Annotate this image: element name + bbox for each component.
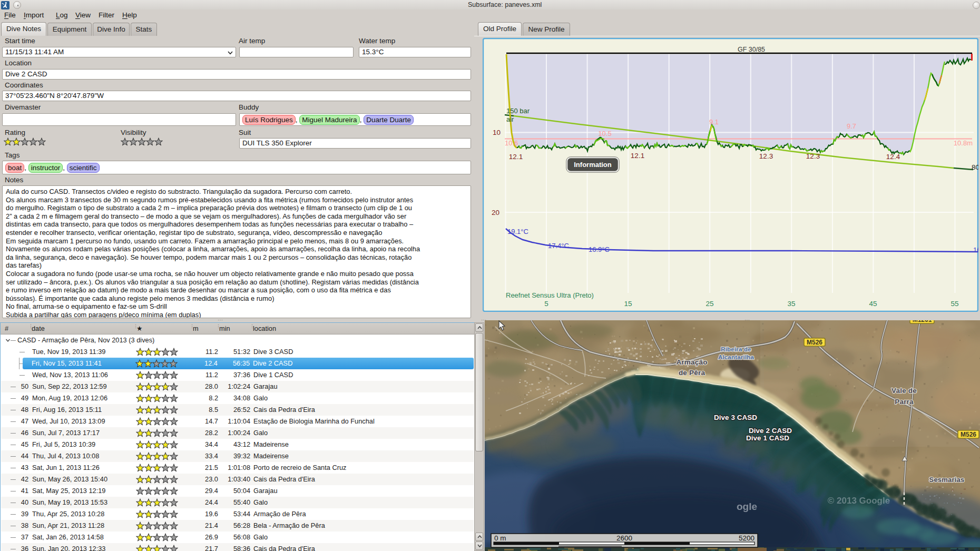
svg-text:GF 30/85: GF 30/85 [738, 46, 765, 53]
svg-text:55: 55 [950, 300, 958, 308]
svg-text:Dive 2 CASD: Dive 2 CASD [749, 427, 792, 435]
svg-text:5200: 5200 [739, 534, 754, 542]
svg-text:9.7: 9.7 [847, 122, 856, 130]
svg-text:35: 35 [787, 300, 795, 308]
svg-text:45: 45 [869, 300, 877, 308]
svg-text:M526: M526 [961, 431, 976, 438]
svg-text:M1261: M1261 [913, 320, 932, 323]
svg-text:25: 25 [705, 300, 713, 308]
svg-text:Dive 3 CASD: Dive 3 CASD [714, 414, 757, 421]
svg-text:Sesmarias: Sesmarias [929, 476, 965, 484]
svg-text:10.5: 10.5 [598, 130, 611, 137]
svg-text:0 m: 0 m [494, 534, 506, 542]
svg-text:12.1: 12.1 [631, 152, 644, 160]
svg-text:© 2013 Google: © 2013 Google [828, 496, 890, 506]
svg-text:Ribeira de: Ribeira de [721, 346, 751, 352]
svg-text:80: 80 [972, 163, 978, 171]
svg-text:20: 20 [492, 209, 499, 217]
svg-text:Reefnet Sensus Ultra (Preto): Reefnet Sensus Ultra (Preto) [506, 291, 594, 299]
svg-text:Vale de: Vale de [891, 387, 917, 395]
svg-text:150 bar: 150 bar [506, 107, 530, 115]
svg-text:de Pêra: de Pêra [679, 369, 705, 377]
svg-text:Alcantarilha: Alcantarilha [718, 354, 754, 360]
svg-text:16.9°C: 16.9°C [589, 245, 610, 253]
svg-text:12.1: 12.1 [509, 153, 523, 161]
svg-text:Dive 1 CASD: Dive 1 CASD [746, 434, 789, 442]
svg-text:air: air [506, 115, 514, 123]
svg-text:Information: Information [574, 161, 612, 169]
svg-text:16.4°C: 16.4°C [973, 246, 978, 254]
svg-text:10: 10 [493, 129, 501, 136]
svg-text:12.4: 12.4 [886, 153, 900, 161]
svg-text:Parra: Parra [895, 398, 914, 406]
svg-text:17.4°C: 17.4°C [548, 242, 569, 250]
svg-text:M526: M526 [807, 339, 822, 346]
svg-text:15: 15 [624, 300, 632, 308]
svg-text:12.3: 12.3 [759, 152, 773, 160]
svg-text:12.3: 12.3 [806, 152, 820, 160]
svg-text:Armação: Armação [676, 358, 707, 366]
svg-text:9.1: 9.1 [709, 118, 719, 126]
svg-text:5: 5 [544, 300, 548, 308]
svg-text:ogle: ogle [737, 501, 757, 512]
svg-text:2600: 2600 [616, 534, 632, 542]
svg-text:19.1°C: 19.1°C [507, 228, 528, 235]
svg-text:10.8m: 10.8m [954, 139, 973, 147]
svg-text:10.6: 10.6 [505, 139, 518, 147]
